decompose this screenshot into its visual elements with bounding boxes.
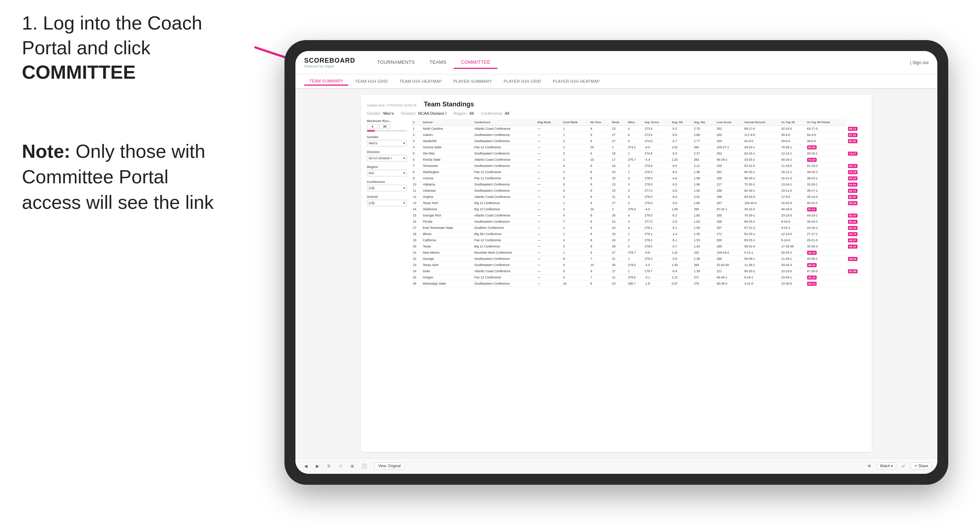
min-input[interactable]	[367, 124, 378, 129]
table-cell: 27	[611, 250, 627, 256]
table-cell: 24	[611, 225, 627, 231]
table-cell: 88-17-0	[743, 126, 780, 132]
sub-nav-player-summary[interactable]: PLAYER SUMMARY	[448, 78, 497, 85]
app-header: SCOREBOARD Powered by clippd TOURNAMENTS…	[296, 51, 937, 75]
table-row: 7TennesseeSoutheastern Conference—461822…	[411, 163, 866, 169]
sub-nav-team-summary[interactable]: TEAM SUMMARY	[304, 77, 348, 86]
table-cell: 23-33-1	[780, 275, 806, 281]
table-cell: 58.94	[846, 200, 866, 206]
table-cell: Southern Conference	[473, 225, 536, 231]
sub-nav-team-h2h-heatmap[interactable]: TEAM H2H HEATMAP	[394, 78, 447, 85]
table-cell: Pac-12 Conference	[473, 237, 536, 243]
conference-filter-display: Conference: All	[481, 111, 509, 116]
sub-nav-team-h2h-grid[interactable]: TEAM H2H GRID	[350, 78, 393, 85]
col-avg-sg: Avg. SG	[670, 119, 693, 126]
sub-nav: TEAM SUMMARY TEAM H2H GRID TEAM H2H HEAT…	[296, 75, 937, 89]
toolbar-expand[interactable]: ⤢	[899, 462, 908, 470]
conference-select[interactable]: (All) ▾	[367, 185, 407, 191]
toolbar-refresh[interactable]: ↻	[325, 462, 333, 470]
table-cell: 276.0	[627, 206, 643, 213]
division-select[interactable]: NCAA Division I ▾	[367, 155, 407, 162]
toolbar-clock[interactable]: 🕐	[360, 462, 368, 470]
col-reg-rank: Reg Rank	[536, 119, 562, 126]
table-cell: 1	[562, 225, 589, 231]
logo-area: SCOREBOARD Powered by clippd	[304, 57, 355, 68]
table-cell: 1.85	[692, 213, 715, 219]
table-cell: 6	[627, 132, 643, 138]
table-cell: 21	[411, 250, 421, 256]
table-cell: 9	[589, 268, 611, 275]
table-cell: Big 12 Conference	[473, 200, 536, 206]
table-cell: 63-17-0	[806, 126, 846, 132]
view-original-button[interactable]: View: Original	[374, 462, 405, 470]
table-cell: -3.8	[670, 188, 693, 194]
table-cell: 9	[589, 200, 611, 206]
table-cell: 48.27	[846, 237, 866, 243]
step-instruction: 1. Log into the Coach Portal and click C…	[22, 11, 234, 85]
table-cell: 49.74	[846, 231, 866, 237]
table-cell: 10-30-0	[780, 281, 806, 287]
table-cell: 276.3	[643, 169, 670, 175]
col-low-score: Low Score	[715, 119, 743, 126]
table-cell: 86.54	[846, 138, 866, 144]
table-cell: 56.02	[846, 219, 866, 225]
table-cell: 268	[715, 175, 743, 181]
table-cell: 273.5	[643, 126, 670, 132]
table-cell: 9	[411, 175, 421, 181]
gender-select[interactable]: Men's ▾	[367, 140, 407, 146]
table-cell: 35-14-0	[806, 194, 846, 200]
toolbar-forward[interactable]: ▶	[313, 462, 322, 470]
table-header-row: # School Conference Reg Rank Conf Rank N…	[411, 119, 866, 126]
table-cell: 278.0	[643, 243, 670, 250]
share-button[interactable]: ↗ Share	[911, 462, 931, 470]
table-cell: 45.13	[806, 281, 846, 287]
school-select[interactable]: (All) ▾	[367, 200, 407, 206]
nav-tournaments[interactable]: TOURNAMENTS	[370, 57, 422, 69]
nav-committee[interactable]: COMMITTEE	[454, 57, 498, 69]
table-cell: 10	[411, 181, 421, 188]
sub-nav-player-h2h-grid[interactable]: PLAYER H2H GRID	[499, 78, 546, 85]
toolbar-bookmark[interactable]: ☆	[336, 462, 345, 470]
table-cell: —	[536, 163, 562, 169]
table-cell: 8	[562, 256, 589, 262]
table-cell: 2.37	[692, 151, 715, 157]
max-input[interactable]	[379, 124, 390, 129]
table-cell: Southeastern Conference	[473, 219, 536, 225]
table-cell: -4.4	[643, 157, 670, 163]
region-select[interactable]: N/A ▾	[367, 170, 407, 176]
toolbar-zoom[interactable]: ⊕	[348, 462, 357, 470]
toolbar-back[interactable]: ◀	[301, 462, 310, 470]
col-rank: #	[411, 119, 421, 126]
table-cell: 269	[692, 262, 715, 268]
region-filter: Region N/A ▾	[367, 165, 407, 176]
watch-button[interactable]: Watch ▾	[877, 462, 896, 470]
table-cell: 43-23-1	[743, 144, 780, 151]
table-row: 20TexasBig 12 Conference—39285278.0-0.71…	[411, 243, 866, 250]
table-cell: 9-10-1	[780, 225, 806, 231]
table-cell: —	[536, 262, 562, 268]
table-cell: 48.18	[806, 275, 846, 281]
table-cell: 18	[611, 151, 627, 157]
table-cell: Pac-12 Conference	[473, 169, 536, 175]
sub-nav-player-h2h-heatmap[interactable]: PLAYER H2H HEATMAP	[548, 78, 605, 85]
table-cell: 11-19-0	[780, 163, 806, 169]
table-cell: 16-21-0	[780, 175, 806, 181]
table-cell: 267	[715, 200, 743, 206]
table-cell: 23	[611, 181, 627, 188]
nav-teams[interactable]: TEAMS	[422, 57, 453, 69]
table-cell: 8	[589, 188, 611, 194]
school-filter: School (All) ▾	[367, 195, 407, 206]
slider-bar[interactable]	[367, 130, 407, 132]
col-overall-record: Overall Record	[743, 119, 780, 126]
col-avg-rd: Avg. Rd.	[692, 119, 715, 126]
table-cell: 39-20-1	[806, 169, 846, 175]
table-cell: 2.20	[670, 157, 693, 163]
toolbar-eye[interactable]: 👁	[865, 462, 874, 470]
table-cell: 57.21	[806, 206, 846, 213]
table-row: 24DukeAtlantic Coast Conference—59271279…	[411, 268, 866, 275]
table-cell: 27	[611, 132, 627, 138]
table-cell: 86-25-1	[743, 169, 780, 175]
table-cell: 6	[627, 138, 643, 144]
sign-out-link[interactable]: | Sign out	[910, 60, 929, 65]
table-cell: 63-21-0	[743, 163, 780, 169]
